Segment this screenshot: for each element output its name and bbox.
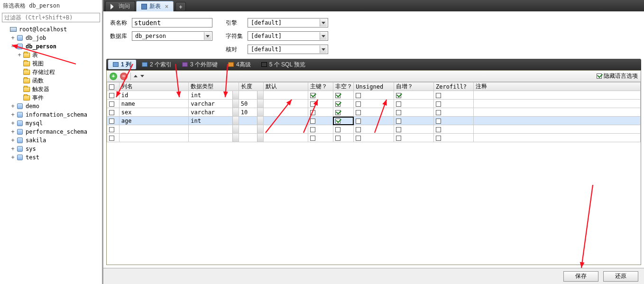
- grid-cell[interactable]: [308, 91, 333, 100]
- tree-node[interactable]: +sakila: [1, 136, 101, 145]
- tree-node[interactable]: +demo: [1, 102, 101, 110]
- tree-node[interactable]: 事件: [1, 93, 101, 102]
- grid-cell[interactable]: [394, 108, 433, 117]
- columns-grid[interactable]: 列名数据类型长度默认主键？非空？Unsigned自增？Zerofill?注释id…: [107, 82, 641, 265]
- chevron-down-icon[interactable]: [232, 117, 239, 125]
- input-table-name[interactable]: [132, 18, 212, 27]
- grid-cell[interactable]: [107, 134, 120, 142]
- grid-cell[interactable]: [434, 117, 474, 125]
- chevron-down-icon[interactable]: [232, 125, 239, 133]
- grid-cell[interactable]: [354, 117, 394, 125]
- move-down-button[interactable]: [140, 75, 144, 77]
- expand-icon[interactable]: +: [9, 128, 16, 136]
- grid-cell[interactable]: [333, 108, 353, 117]
- grid-cell[interactable]: [394, 125, 433, 134]
- designer-tab[interactable]: 2 个索引: [137, 60, 176, 69]
- grid-cell[interactable]: [308, 108, 333, 117]
- grid-cell[interactable]: [264, 100, 308, 108]
- column-header[interactable]: 默认: [264, 82, 308, 91]
- grid-cell[interactable]: [308, 125, 333, 134]
- table-row[interactable]: ageint: [107, 117, 641, 125]
- tree-node[interactable]: +mysql: [1, 119, 101, 128]
- grid-cell[interactable]: [434, 100, 474, 108]
- chevron-down-icon[interactable]: [232, 100, 239, 108]
- hide-lang-option[interactable]: 隐藏语言选项: [597, 72, 638, 80]
- table-row[interactable]: sexvarchar10: [107, 108, 641, 117]
- grid-cell[interactable]: [434, 108, 474, 117]
- tree-node[interactable]: 视图: [1, 59, 101, 68]
- column-header[interactable]: 非空？: [333, 82, 353, 91]
- expand-icon[interactable]: +: [9, 153, 16, 162]
- document-tab[interactable]: 新表×: [136, 1, 174, 11]
- tree-node[interactable]: 函数: [1, 76, 101, 85]
- grid-cell[interactable]: [333, 125, 353, 134]
- remove-row-button[interactable]: −: [120, 73, 128, 80]
- table-row[interactable]: idint: [107, 91, 641, 100]
- chevron-down-icon[interactable]: [232, 91, 239, 99]
- grid-cell[interactable]: [333, 100, 353, 108]
- grid-cell[interactable]: [119, 125, 188, 134]
- grid-cell[interactable]: [333, 91, 353, 100]
- table-row[interactable]: namevarchar50: [107, 100, 641, 108]
- grid-cell[interactable]: [264, 108, 308, 117]
- grid-cell[interactable]: [474, 108, 641, 117]
- grid-cell[interactable]: [119, 134, 188, 142]
- grid-cell[interactable]: [434, 125, 474, 134]
- expand-icon[interactable]: +: [9, 145, 16, 153]
- chevron-down-icon[interactable]: [257, 100, 263, 108]
- grid-cell[interactable]: [308, 100, 333, 108]
- grid-cell[interactable]: age: [119, 117, 188, 125]
- grid-cell[interactable]: [189, 125, 239, 134]
- combo-engine[interactable]: [default]: [248, 18, 328, 27]
- tree-node[interactable]: +performance_schema: [1, 128, 101, 136]
- grid-cell[interactable]: name: [119, 100, 188, 108]
- grid-cell[interactable]: [239, 117, 264, 125]
- grid-cell[interactable]: [107, 91, 120, 100]
- column-header[interactable]: 自增？: [394, 82, 433, 91]
- column-header[interactable]: [107, 82, 120, 91]
- designer-tab[interactable]: 1 列: [108, 60, 136, 69]
- grid-cell[interactable]: [354, 108, 394, 117]
- grid-cell[interactable]: [308, 134, 333, 142]
- combo-charset[interactable]: [default]: [248, 31, 328, 41]
- grid-cell[interactable]: [394, 117, 433, 125]
- grid-cell[interactable]: [354, 91, 394, 100]
- grid-cell[interactable]: int: [189, 117, 239, 125]
- grid-cell[interactable]: 10: [239, 108, 264, 117]
- table-row[interactable]: [107, 134, 641, 142]
- grid-cell[interactable]: [107, 108, 120, 117]
- grid-cell[interactable]: [394, 134, 433, 142]
- expand-icon[interactable]: +: [9, 102, 16, 110]
- designer-tab[interactable]: 3 个外部键: [177, 60, 222, 69]
- grid-cell[interactable]: [264, 91, 308, 100]
- grid-cell[interactable]: [354, 100, 394, 108]
- grid-cell[interactable]: [434, 91, 474, 100]
- designer-tab[interactable]: 5 个 SQL 预览: [257, 60, 310, 69]
- move-up-button[interactable]: [134, 75, 138, 77]
- column-header[interactable]: 注释: [474, 82, 641, 91]
- tree-node[interactable]: 存储过程: [1, 68, 101, 76]
- grid-cell[interactable]: [264, 125, 308, 134]
- grid-cell[interactable]: [107, 117, 120, 125]
- grid-cell[interactable]: [394, 100, 433, 108]
- table-row[interactable]: [107, 125, 641, 134]
- grid-cell[interactable]: [333, 134, 353, 142]
- grid-cell[interactable]: varchar: [189, 108, 239, 117]
- grid-cell[interactable]: sex: [119, 108, 188, 117]
- document-tab[interactable]: 询问: [105, 1, 135, 11]
- add-row-button[interactable]: +: [110, 73, 117, 80]
- grid-cell[interactable]: [474, 117, 641, 125]
- save-button[interactable]: 保存: [563, 271, 598, 282]
- chevron-down-icon[interactable]: [257, 108, 263, 116]
- filter-input[interactable]: [2, 13, 100, 22]
- revert-button[interactable]: 还原: [603, 271, 638, 282]
- tree-node[interactable]: root@localhost: [1, 25, 101, 34]
- combo-database[interactable]: db_person: [132, 31, 212, 41]
- grid-cell[interactable]: [434, 134, 474, 142]
- chevron-down-icon[interactable]: [257, 117, 263, 125]
- column-header[interactable]: 列名: [119, 82, 188, 91]
- chevron-down-icon[interactable]: [257, 134, 263, 142]
- tree-node[interactable]: 触发器: [1, 85, 101, 93]
- expand-icon[interactable]: +: [9, 110, 16, 119]
- grid-cell[interactable]: [474, 125, 641, 134]
